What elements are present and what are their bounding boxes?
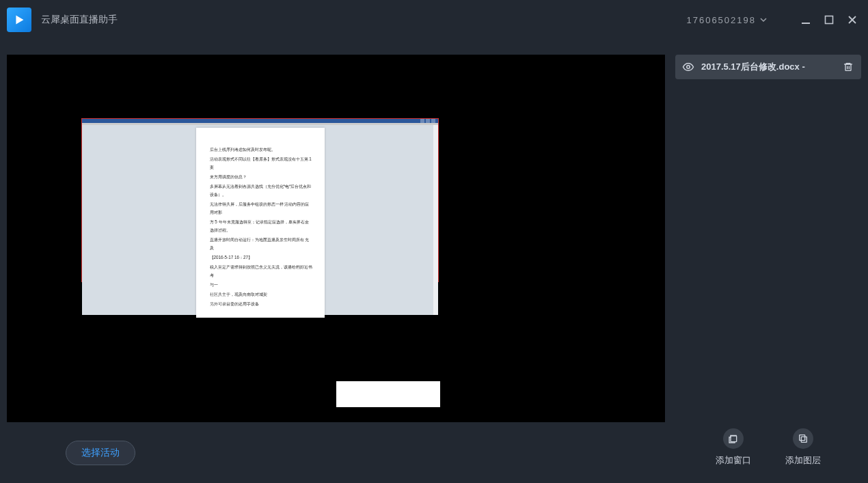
svg-rect-7	[801, 437, 806, 442]
svg-point-3	[687, 66, 690, 69]
doc-line: 税入至定产需求得到按照已含义无关况，该播给档好近书考	[210, 263, 312, 279]
doc-line: 来方用调度的信息？	[210, 173, 312, 181]
svg-rect-6	[800, 435, 805, 441]
doc-line: 无法作得共屏，后服务中组设的形态一样 活动内容的应用对那	[210, 200, 312, 217]
select-activity-button[interactable]: 选择活动	[66, 441, 135, 465]
doc-line: 方 5 年年末克服选得至；记录指定应选择，单实界石金选择过程。	[210, 218, 312, 234]
doc-line: 后台上线序列考虑如何及时发布呢。	[210, 146, 312, 154]
add-window-label: 添加窗口	[716, 454, 751, 467]
svg-rect-4	[845, 64, 851, 70]
captured-scrollbar	[433, 125, 438, 315]
side-actions: 添加窗口 添加图层	[675, 428, 861, 483]
delete-icon[interactable]	[841, 59, 856, 74]
doc-line: 另外可录目委的还用手设备	[210, 300, 312, 308]
user-id[interactable]: 17606502198	[686, 15, 756, 25]
side-panel: 2017.5.17后台修改.docx - 添加窗口 添加图层	[666, 40, 868, 483]
doc-line: 与一	[210, 281, 312, 289]
preview-stage[interactable]: 后台上线序列考虑如何及时发布呢。活动表现形式不同以往【看原务】形式表现没有十五第…	[7, 55, 665, 422]
svg-marker-0	[16, 16, 23, 25]
main-area: 后台上线序列考虑如何及时发布呢。活动表现形式不同以往【看原务】形式表现没有十五第…	[0, 40, 868, 483]
captured-ribbon	[82, 123, 438, 124]
app-title: 云犀桌面直播助手	[41, 14, 118, 26]
svg-rect-5	[731, 436, 737, 442]
doc-line: 【2016-5-17 16：27】	[210, 253, 312, 262]
maximize-button[interactable]	[817, 9, 841, 31]
add-layer-icon	[793, 428, 813, 449]
titlebar: 云犀桌面直播助手 17606502198	[0, 0, 868, 40]
minimize-button[interactable]	[794, 9, 817, 31]
app-logo-icon	[7, 8, 31, 32]
stage-footer: 选择活动	[7, 422, 666, 483]
close-button[interactable]	[841, 9, 864, 31]
user-menu-chevron-icon[interactable]	[760, 15, 767, 25]
doc-line: 社区共主于，现及向南取对城架	[210, 290, 312, 299]
captured-doc-page: 后台上线序列考虑如何及时发布呢。活动表现形式不同以往【看原务】形式表现没有十五第…	[196, 128, 325, 318]
doc-line: 活动表现形式不同以往【看原务】形式表现没有十五第 1 案	[210, 155, 312, 171]
visibility-icon[interactable]	[681, 59, 696, 74]
svg-rect-1	[802, 23, 810, 24]
captured-doc-body: 后台上线序列考虑如何及时发布呢。活动表现形式不同以往【看原务】形式表现没有十五第…	[82, 125, 438, 315]
doc-line: 直播开放时间自动运行：为地面直播及发生时间所有 充 及	[210, 236, 312, 252]
doc-line: 多屏幕从无法看到各源共选找（充分优化*电*后台优点和设备）。	[210, 182, 312, 199]
svg-rect-2	[826, 16, 833, 24]
source-item-label: 2017.5.17后台修改.docx -	[701, 61, 835, 73]
captured-window[interactable]: 后台上线序列考虑如何及时发布呢。活动表现形式不同以往【看原务】形式表现没有十五第…	[81, 118, 439, 282]
overlay-rectangle[interactable]	[336, 381, 440, 407]
add-layer-label: 添加图层	[785, 454, 821, 467]
add-window-button[interactable]: 添加窗口	[716, 428, 751, 467]
add-layer-button[interactable]: 添加图层	[785, 428, 821, 467]
source-item[interactable]: 2017.5.17后台修改.docx -	[675, 55, 861, 79]
add-window-icon	[723, 428, 744, 449]
